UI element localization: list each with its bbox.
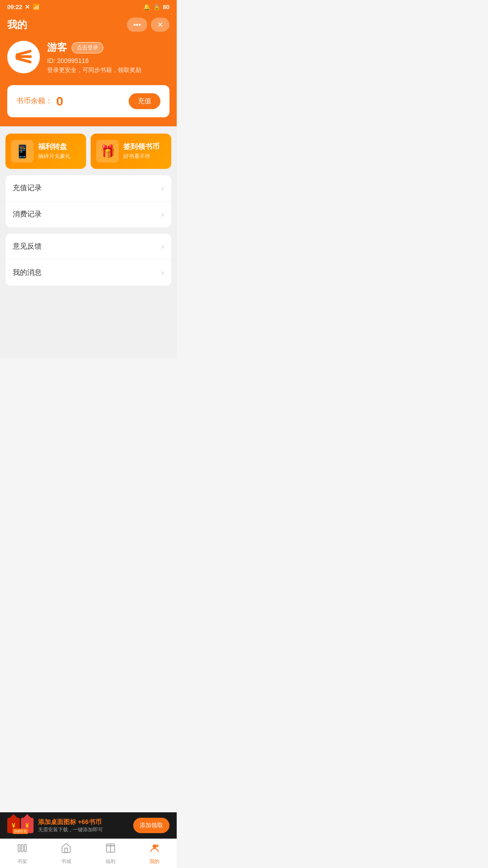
status-bar: 09:22 ✕ 📶 🔔 🔒 80 bbox=[0, 0, 177, 14]
chevron-icon-2: › bbox=[161, 210, 164, 219]
promo-right-text: 签到领书币 好书看不停 bbox=[123, 142, 159, 160]
banner-badge: 加桌红包 bbox=[13, 829, 28, 834]
menu-item-feedback[interactable]: 意见反馈 › bbox=[5, 234, 171, 260]
promo-left-title: 福利转盘 bbox=[38, 142, 71, 152]
bottom-banner: ¥ ¥ 加桌红包 添加桌面图标 +66书币 无需安装下载，一键添加即可 添加领取 bbox=[0, 812, 177, 839]
svg-rect-5 bbox=[21, 844, 23, 852]
banner-action-button[interactable]: 添加领取 bbox=[133, 818, 169, 833]
header-actions: ••• ✕ bbox=[127, 18, 169, 32]
tab-bookstore[interactable]: 书城 bbox=[44, 839, 89, 868]
battery-level: 80 bbox=[163, 4, 169, 10]
close-button[interactable]: ✕ bbox=[151, 18, 169, 32]
profile-section: 游客 点击登录 ID: 200995116 登录更安全，可同步书籍，领取奖励 bbox=[0, 32, 177, 85]
promo-right-subtitle: 好书看不停 bbox=[123, 153, 159, 160]
avatar bbox=[7, 41, 40, 73]
banner-text-area: 添加桌面图标 +66书币 无需安装下载，一键添加即可 bbox=[38, 818, 129, 833]
banner-sub-text: 无需安装下载，一键添加即可 bbox=[38, 826, 129, 833]
balance-amount: 0 bbox=[56, 94, 63, 109]
notification-icon: ✕ bbox=[25, 4, 30, 10]
bookstore-icon bbox=[61, 843, 72, 856]
menu-item-messages-label: 我的消息 bbox=[13, 268, 42, 278]
svg-rect-6 bbox=[24, 844, 26, 852]
banner-icon: ¥ ¥ 加桌红包 bbox=[7, 818, 34, 833]
chevron-icon: › bbox=[161, 183, 164, 193]
promo-left-text: 福利转盘 抽碎片兑豪礼 bbox=[38, 142, 71, 160]
avatar-logo bbox=[12, 45, 35, 69]
recharge-button[interactable]: 充值 bbox=[129, 93, 160, 109]
bell-icon: 🔔 bbox=[143, 4, 150, 10]
header: 我的 ••• ✕ bbox=[0, 14, 177, 32]
status-left: 09:22 ✕ 📶 bbox=[7, 4, 40, 10]
svg-rect-4 bbox=[18, 844, 20, 852]
chevron-icon-3: › bbox=[161, 242, 164, 251]
promo-right-title: 签到领书币 bbox=[123, 142, 159, 152]
profile-name: 游客 bbox=[47, 41, 67, 54]
status-time: 09:22 bbox=[7, 4, 22, 10]
promo-card-right[interactable]: 🎁 签到领书币 好书看不停 bbox=[91, 134, 171, 169]
tab-bookstore-label: 书城 bbox=[61, 858, 71, 865]
promo-left-icon: 📱 bbox=[11, 140, 34, 163]
banner-main-text: 添加桌面图标 +66书币 bbox=[38, 818, 129, 826]
promo-card-left[interactable]: 📱 福利转盘 抽碎片兑豪礼 bbox=[5, 134, 86, 169]
wifi-icon: 📶 bbox=[33, 4, 40, 10]
page-title: 我的 bbox=[7, 18, 27, 32]
profile-name-row: 游客 点击登录 bbox=[47, 41, 169, 54]
tab-bar: 书架 书城 福利 我的 bbox=[0, 839, 177, 868]
balance-card: 书币余额： 0 充值 bbox=[7, 85, 169, 117]
balance-label: 书币余额： bbox=[16, 96, 53, 106]
menu-item-consumption-label: 消费记录 bbox=[13, 210, 42, 219]
menu-item-recharge-label: 充值记录 bbox=[13, 183, 42, 193]
balance-section: 书币余额： 0 充值 bbox=[0, 85, 177, 126]
status-right: 🔔 🔒 80 bbox=[143, 4, 169, 10]
promo-right-icon: 🎁 bbox=[96, 140, 119, 163]
mine-icon bbox=[149, 843, 160, 856]
profile-id: ID: 200995116 bbox=[47, 57, 169, 64]
lock-icon: 🔒 bbox=[153, 4, 160, 10]
menu-item-feedback-label: 意见反馈 bbox=[13, 242, 42, 251]
menu-item-recharge-history[interactable]: 充值记录 › bbox=[5, 175, 171, 201]
tab-bookshelf-label: 书架 bbox=[17, 858, 27, 865]
bookshelf-icon bbox=[17, 843, 28, 856]
tab-bookshelf[interactable]: 书架 bbox=[0, 839, 44, 868]
tab-welfare[interactable]: 福利 bbox=[88, 839, 133, 868]
svg-point-10 bbox=[153, 844, 156, 848]
chevron-icon-4: › bbox=[161, 268, 164, 278]
svg-rect-7 bbox=[65, 848, 68, 853]
more-button[interactable]: ••• bbox=[127, 18, 147, 32]
balance-info: 书币余额： 0 bbox=[16, 94, 63, 109]
promo-row: 📱 福利转盘 抽碎片兑豪礼 🎁 签到领书币 好书看不停 bbox=[5, 134, 171, 169]
main-content: 📱 福利转盘 抽碎片兑豪礼 🎁 签到领书币 好书看不停 充值记录 › 消费记录 … bbox=[0, 126, 177, 358]
menu-item-messages[interactable]: 我的消息 › bbox=[5, 260, 171, 286]
login-button[interactable]: 点击登录 bbox=[72, 42, 103, 53]
profile-description: 登录更安全，可同步书籍，领取奖励 bbox=[47, 66, 169, 74]
menu-group-2: 意见反馈 › 我的消息 › bbox=[5, 234, 171, 286]
promo-left-subtitle: 抽碎片兑豪礼 bbox=[38, 153, 71, 160]
tab-mine[interactable]: 我的 bbox=[133, 839, 177, 868]
profile-info: 游客 点击登录 ID: 200995116 登录更安全，可同步书籍，领取奖励 bbox=[47, 41, 169, 74]
menu-group-1: 充值记录 › 消费记录 › bbox=[5, 175, 171, 227]
welfare-icon bbox=[105, 843, 116, 856]
tab-welfare-label: 福利 bbox=[106, 858, 116, 865]
menu-item-consumption-history[interactable]: 消费记录 › bbox=[5, 201, 171, 227]
tab-mine-label: 我的 bbox=[150, 858, 159, 865]
